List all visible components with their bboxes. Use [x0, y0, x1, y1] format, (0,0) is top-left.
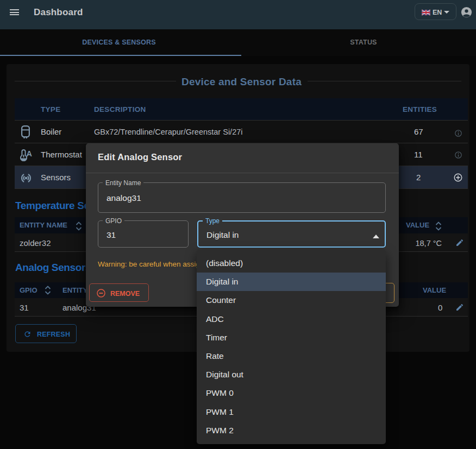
svg-text:A: A — [27, 149, 32, 158]
